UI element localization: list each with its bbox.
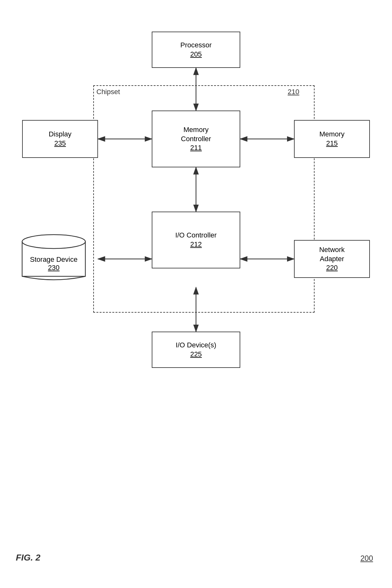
io-devices-ref: 225 [190, 350, 202, 359]
fig-num: 200 [360, 554, 373, 563]
io-controller-box: I/O Controller 212 [152, 212, 240, 268]
memory-box: Memory 215 [294, 120, 370, 158]
storage-device-label: Storage Device [30, 255, 77, 264]
processor-box: Processor 205 [152, 32, 240, 68]
storage-device-ref: 230 [30, 264, 77, 272]
io-devices-box: I/O Device(s) 225 [152, 332, 240, 368]
io-controller-ref: 212 [190, 240, 202, 249]
memory-label: Memory [319, 130, 344, 139]
network-adapter-label: NetworkAdapter [319, 245, 345, 263]
memory-ref: 215 [326, 139, 338, 148]
chipset-ref: 210 [288, 88, 299, 96]
storage-device-cylinder: Storage Device 230 [16, 231, 92, 287]
storage-device-text: Storage Device 230 [30, 255, 77, 272]
processor-label: Processor [180, 41, 211, 50]
chipset-label: Chipset [96, 88, 120, 96]
io-controller-label: I/O Controller [175, 231, 217, 240]
display-label: Display [49, 130, 71, 139]
io-devices-label: I/O Device(s) [176, 341, 216, 350]
network-adapter-ref: 220 [326, 263, 338, 273]
memory-controller-label: MemoryController [181, 125, 211, 143]
memory-controller-ref: 211 [190, 143, 202, 153]
fig-label: FIG. 2 [16, 553, 40, 563]
svg-point-10 [22, 235, 85, 249]
memory-controller-box: MemoryController 211 [152, 111, 240, 167]
display-ref: 235 [54, 139, 66, 148]
network-adapter-box: NetworkAdapter 220 [294, 240, 370, 278]
processor-ref: 205 [190, 50, 202, 59]
diagram-container: Processor 205 Chipset 210 MemoryControll… [0, 13, 392, 518]
display-box: Display 235 [22, 120, 98, 158]
